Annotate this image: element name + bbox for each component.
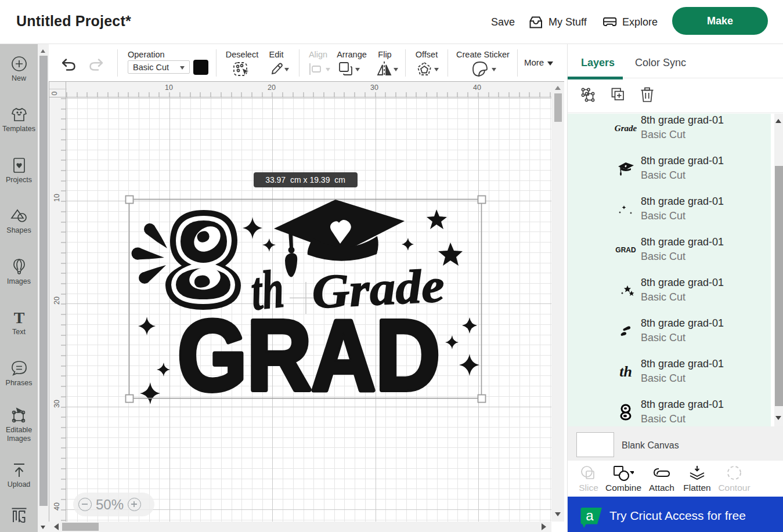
- svg-text:T: T: [13, 309, 24, 325]
- svg-text:GRAD: GRAD: [178, 299, 440, 411]
- svg-text:a: a: [586, 508, 594, 523]
- svg-text:33.97 cm x 19.39 cm: 33.97 cm x 19.39 cm: [265, 175, 345, 184]
